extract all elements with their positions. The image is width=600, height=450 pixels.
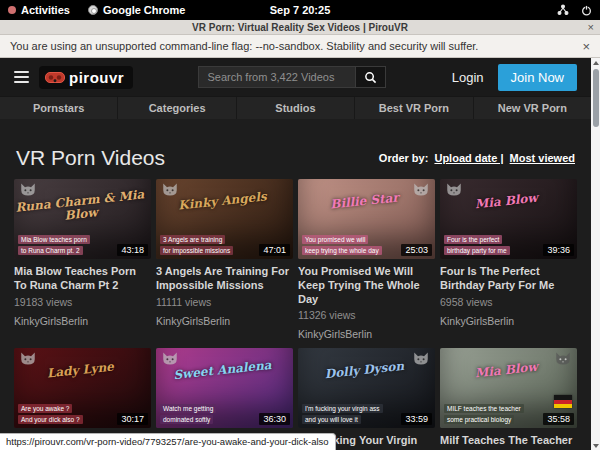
cat-mask-logo-icon	[412, 182, 430, 197]
main-nav: Pornstars Categories Studios Best VR Por…	[0, 96, 591, 119]
nav-item-pornstars[interactable]: Pornstars	[0, 97, 117, 119]
scroll-up-icon[interactable]	[591, 58, 600, 67]
video-title-link[interactable]: You Promised We Will Keep Trying The Who…	[298, 265, 435, 306]
browser-tab-bar: VR Porn: Virtual Reality Sex Videos | Pi…	[0, 20, 600, 35]
page-scrollbar[interactable]	[591, 58, 600, 450]
video-card: Billie Star You promised we willkeep try…	[298, 179, 435, 340]
studio-link[interactable]: KinkyGirlsBerlin	[298, 328, 435, 340]
activities-label: Activities	[21, 4, 70, 16]
search-input[interactable]	[198, 66, 356, 88]
tab-title[interactable]: VR Porn: Virtual Reality Sex Videos | Pi…	[192, 22, 408, 33]
order-most-viewed-link[interactable]: Most viewed	[510, 152, 575, 164]
browser-viewport: pirouvr Login Join Now Pornstars Categor…	[0, 58, 600, 450]
activities-button[interactable]: Activities	[8, 4, 70, 16]
scroll-down-icon[interactable]	[591, 441, 600, 450]
video-views: 11111 views	[156, 296, 293, 308]
order-upload-date-link[interactable]: Upload date |	[434, 152, 503, 164]
video-thumbnail[interactable]: Mia Blow Four is the perfectbirthday par…	[440, 179, 577, 259]
logo-text: pirouvr	[69, 69, 124, 86]
site-header: pirouvr Login Join Now	[0, 58, 591, 96]
duration-badge: 30:17	[117, 413, 148, 425]
vr-goggles-icon	[45, 72, 65, 83]
video-card: Runa Charm & Mia Blow Mia Blow teaches p…	[14, 179, 151, 340]
studio-link[interactable]: KinkyGirlsBerlin	[440, 315, 577, 327]
nav-item-best-vr-porn[interactable]: Best VR Porn	[354, 97, 472, 119]
chrome-icon	[88, 5, 98, 15]
video-card: Kinky Angels 3 Angels are trainingfor im…	[156, 179, 293, 340]
studio-link[interactable]: KinkyGirlsBerlin	[14, 315, 151, 327]
cat-mask-logo-icon	[19, 182, 37, 197]
search-button[interactable]	[356, 66, 386, 88]
thumb-caption: I'm fucking your virgin ass	[302, 404, 383, 413]
duration-badge: 43:18	[117, 244, 148, 256]
sandbox-warning-bar: You are using an unsupported command-lin…	[0, 35, 600, 58]
video-views: 6958 views	[440, 296, 577, 308]
join-now-button[interactable]: Join Now	[498, 64, 577, 91]
video-thumbnail[interactable]: Mia Blow MILF teaches the teachersome pr…	[440, 348, 577, 428]
nav-item-studios[interactable]: Studios	[236, 97, 354, 119]
login-link[interactable]: Login	[452, 70, 484, 85]
scrollbar-thumb[interactable]	[593, 69, 599, 127]
order-by-label: Order by:	[379, 152, 429, 164]
studio-link[interactable]: KinkyGirlsBerlin	[156, 315, 293, 327]
cat-mask-logo-icon	[161, 182, 179, 197]
thumb-caption: Are you awake ?	[18, 404, 72, 413]
video-title-link[interactable]: 3 Angels Are Training For Impossible Mis…	[156, 265, 293, 293]
video-thumbnail[interactable]: Billie Star You promised we willkeep try…	[298, 179, 435, 259]
cat-mask-logo-icon	[445, 182, 463, 197]
thumb-caption: You promised we will	[302, 235, 368, 244]
status-url-bubble: https://pirouvr.com/vr-porn-video/779325…	[0, 433, 336, 450]
cat-mask-logo-icon	[161, 351, 179, 366]
clock[interactable]: Sep 7 20:25	[270, 4, 331, 16]
video-card: Mia Blow Four is the perfectbirthday par…	[440, 179, 577, 340]
video-thumbnail[interactable]: Lady Lyne Are you awake ?And your dick a…	[14, 348, 151, 428]
duration-badge: 25:03	[401, 244, 432, 256]
video-views: 19183 views	[14, 296, 151, 308]
search-bar	[198, 66, 386, 88]
cat-mask-logo-icon	[412, 351, 430, 366]
search-icon	[364, 71, 377, 84]
app-menu[interactable]: Google Chrome	[88, 4, 186, 16]
thumb-caption: MILF teaches the teacher	[444, 404, 524, 413]
video-title-link[interactable]: Mia Blow Teaches Porn To Runa Charm Pt 2	[14, 265, 151, 293]
cat-mask-logo-icon	[19, 351, 37, 366]
duration-badge: 33:59	[401, 413, 432, 425]
menu-hamburger-icon[interactable]	[14, 71, 29, 83]
video-grid: Runa Charm & Mia Blow Mia Blow teaches p…	[0, 179, 591, 450]
duration-badge: 36:30	[259, 413, 290, 425]
video-thumbnail[interactable]: Dolly Dyson I'm fucking your virgin assa…	[298, 348, 435, 428]
duration-badge: 47:01	[259, 244, 290, 256]
site-logo[interactable]: pirouvr	[39, 66, 133, 89]
video-thumbnail[interactable]: Runa Charm & Mia Blow Mia Blow teaches p…	[14, 179, 151, 259]
app-menu-label: Google Chrome	[103, 4, 186, 16]
duration-badge: 35:58	[543, 413, 574, 425]
page-head: VR Porn Videos Order by: Upload date | M…	[0, 119, 591, 179]
video-views: 11326 views	[298, 309, 435, 321]
duration-badge: 39:36	[543, 244, 574, 256]
thumb-caption: Four is the perfect	[444, 235, 502, 244]
video-card: Mia Blow MILF teaches the teachersome pr…	[440, 348, 577, 450]
cat-mask-logo-icon	[554, 351, 572, 366]
tab-close-icon[interactable]: ×	[588, 22, 594, 33]
network-icon[interactable]	[557, 4, 569, 16]
order-by: Order by: Upload date | Most viewed	[379, 152, 575, 164]
gnome-top-bar: Activities Google Chrome Sep 7 20:25	[0, 0, 600, 20]
page-title: VR Porn Videos	[16, 146, 165, 170]
german-flag-icon	[554, 395, 572, 408]
thumb-caption: 3 Angels are training	[160, 235, 225, 244]
thumb-caption: Watch me getting	[160, 404, 216, 413]
video-thumbnail[interactable]: Sweet Analena Watch me gettingdominated …	[156, 348, 293, 428]
activities-dot-icon	[8, 6, 16, 14]
nav-item-new-vr-porn[interactable]: New VR Porn	[473, 97, 591, 119]
power-icon[interactable]	[581, 5, 592, 16]
thumb-caption: Mia Blow teaches porn	[18, 235, 90, 244]
nav-item-categories[interactable]: Categories	[117, 97, 235, 119]
video-title-link[interactable]: Four Is The Perfect Birthday Party For M…	[440, 265, 577, 293]
video-title-link[interactable]: Milf Teaches The Teacher Some Practical …	[440, 434, 577, 450]
warning-close-icon[interactable]: ×	[582, 40, 590, 53]
video-thumbnail[interactable]: Kinky Angels 3 Angels are trainingfor im…	[156, 179, 293, 259]
warning-text: You are using an unsupported command-lin…	[10, 40, 478, 52]
